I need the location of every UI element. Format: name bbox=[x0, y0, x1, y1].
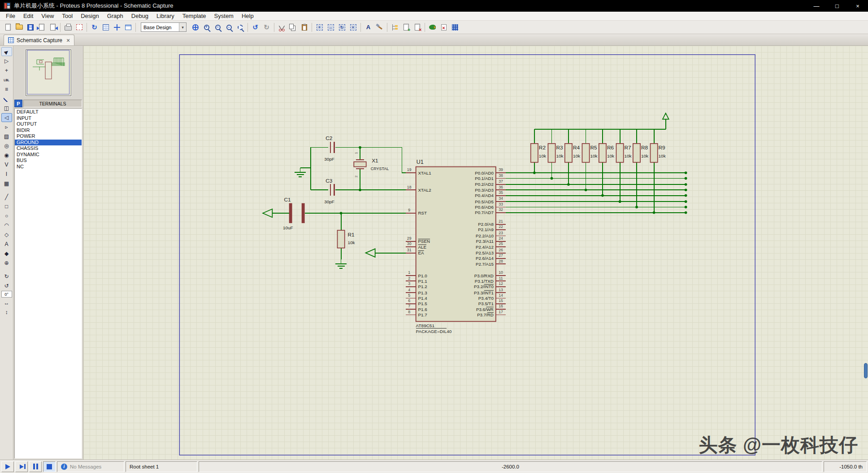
step-button[interactable] bbox=[15, 461, 28, 472]
2d-box-mode[interactable]: □ bbox=[1, 202, 12, 211]
resistor-R5[interactable] bbox=[582, 144, 589, 162]
terminal-item-dynamic[interactable]: DYNAMIC bbox=[15, 152, 82, 158]
pick-devices-button[interactable]: P bbox=[14, 100, 22, 107]
text-script-mode[interactable]: ≡ bbox=[1, 85, 12, 94]
component-mode[interactable]: ▷ bbox=[1, 57, 12, 66]
input-terminal[interactable] bbox=[263, 209, 272, 217]
block-copy[interactable] bbox=[314, 22, 325, 33]
resistor-R1[interactable] bbox=[338, 230, 345, 248]
menu-library[interactable]: Library bbox=[152, 12, 178, 20]
power-terminal[interactable] bbox=[663, 113, 669, 119]
play-button[interactable] bbox=[1, 461, 14, 472]
menu-file[interactable]: File bbox=[2, 12, 19, 20]
block-move[interactable] bbox=[325, 22, 336, 33]
design-explorer[interactable] bbox=[389, 22, 400, 33]
resistor-R3[interactable] bbox=[548, 144, 555, 162]
junction-dot-mode[interactable]: + bbox=[1, 66, 12, 75]
paste[interactable] bbox=[299, 22, 310, 33]
zoom-all[interactable] bbox=[223, 22, 234, 33]
selection-mode[interactable]: ▶ bbox=[1, 47, 12, 56]
goto-sheet[interactable] bbox=[122, 22, 134, 33]
new-root-sheet[interactable] bbox=[400, 22, 412, 33]
close-button[interactable]: × bbox=[847, 0, 868, 12]
2d-text-mode[interactable]: A bbox=[1, 240, 12, 249]
sheet-selector[interactable]: Base Design▾ bbox=[141, 22, 187, 32]
rotation-angle[interactable]: 0° bbox=[1, 291, 12, 298]
terminal-item-input[interactable]: INPUT bbox=[15, 115, 82, 122]
2d-symbol-mode[interactable]: ◆ bbox=[1, 249, 12, 258]
open-design[interactable] bbox=[13, 22, 25, 33]
terminal-item-bidir[interactable]: BIDIR bbox=[15, 127, 82, 134]
resistor-R4[interactable] bbox=[565, 144, 572, 162]
2d-arc-mode[interactable]: ◠ bbox=[1, 221, 12, 230]
new-design[interactable] bbox=[2, 22, 13, 33]
tab-schematic-capture[interactable]: Schematic Capture × bbox=[4, 35, 74, 45]
terminal-mode[interactable]: ◁ bbox=[1, 113, 12, 122]
terminal-item-power[interactable]: POWER bbox=[15, 133, 82, 140]
resistor-R9[interactable] bbox=[651, 144, 658, 162]
netlist-compiler[interactable] bbox=[449, 22, 460, 33]
netlist-to-ares[interactable] bbox=[427, 22, 438, 33]
subcircuit-mode[interactable]: ◫ bbox=[1, 104, 12, 113]
generator-mode[interactable]: ◉ bbox=[1, 151, 12, 160]
save-design[interactable] bbox=[25, 22, 36, 33]
pause-button[interactable] bbox=[29, 461, 42, 472]
graph-mode[interactable]: ▧ bbox=[1, 132, 12, 141]
menu-view[interactable]: View bbox=[37, 12, 58, 20]
resistor-R6[interactable] bbox=[599, 144, 606, 162]
schematic-drawing[interactable]: U1AT89C51PACKAGE=DIL4019XTAL118XTAL29RST… bbox=[83, 46, 868, 460]
y-mirror[interactable]: ↕ bbox=[1, 308, 12, 317]
schematic-canvas[interactable]: U1AT89C51PACKAGE=DIL4019XTAL118XTAL29RST… bbox=[83, 46, 868, 460]
menu-graph[interactable]: Graph bbox=[103, 12, 127, 20]
tab-close-icon[interactable]: × bbox=[66, 37, 70, 44]
zoom-out[interactable] bbox=[212, 22, 223, 33]
zoom-area[interactable] bbox=[234, 22, 246, 33]
menu-debug[interactable]: Debug bbox=[127, 12, 152, 20]
2d-path-mode[interactable]: ◇ bbox=[1, 230, 12, 239]
terminal-item-bus[interactable]: BUS bbox=[15, 158, 82, 164]
refresh-display[interactable]: ↻ bbox=[89, 22, 100, 33]
overview-minimap[interactable] bbox=[26, 49, 71, 96]
center-at-cursor[interactable] bbox=[190, 22, 201, 33]
search-and-tag[interactable]: A bbox=[363, 22, 374, 33]
electrical-rule-check[interactable] bbox=[438, 22, 449, 33]
remove-sheet[interactable] bbox=[412, 22, 423, 33]
maximize-button[interactable]: □ bbox=[827, 0, 847, 12]
terminal-item-chassis[interactable]: CHASSIS bbox=[15, 145, 82, 152]
mark-output-area[interactable] bbox=[74, 22, 85, 33]
virtual-instruments-mode[interactable]: ▦ bbox=[1, 179, 12, 188]
menu-help[interactable]: Help bbox=[238, 12, 258, 20]
input-terminal[interactable] bbox=[365, 249, 375, 257]
terminal-item-nc[interactable]: NC bbox=[15, 164, 82, 170]
voltage-probe-mode[interactable]: V bbox=[1, 160, 12, 169]
cut[interactable] bbox=[276, 22, 287, 33]
toggle-grid[interactable] bbox=[100, 22, 111, 33]
device-pin-mode[interactable]: ▹ bbox=[1, 123, 12, 131]
tape-recorder-mode[interactable]: ◎ bbox=[1, 141, 12, 150]
vertical-scrollbar-thumb[interactable] bbox=[864, 363, 868, 378]
menu-template[interactable]: Template bbox=[178, 12, 210, 20]
2d-marker-mode[interactable]: ⊕ bbox=[1, 258, 12, 267]
block-rotate[interactable] bbox=[336, 22, 347, 33]
2d-circle-mode[interactable]: ○ bbox=[1, 211, 12, 220]
menu-system[interactable]: System bbox=[210, 12, 238, 20]
stop-button[interactable] bbox=[43, 461, 56, 472]
minimize-button[interactable]: — bbox=[806, 0, 827, 12]
bus-mode[interactable] bbox=[1, 94, 12, 103]
menu-design[interactable]: Design bbox=[77, 12, 103, 20]
current-probe-mode[interactable]: I bbox=[1, 170, 12, 179]
2d-line-mode[interactable]: ╱ bbox=[1, 193, 12, 201]
copy[interactable] bbox=[287, 22, 299, 33]
toggle-false-origin[interactable] bbox=[111, 22, 122, 33]
capacitor-C1[interactable] bbox=[289, 203, 292, 223]
import-section[interactable] bbox=[36, 22, 47, 33]
zoom-in[interactable] bbox=[201, 22, 212, 33]
menu-edit[interactable]: Edit bbox=[19, 12, 37, 20]
redo[interactable]: ↻ bbox=[261, 22, 272, 33]
terminal-item-output[interactable]: OUTPUT bbox=[15, 121, 82, 127]
rotate-anticlockwise[interactable]: ↺ bbox=[1, 281, 12, 290]
terminal-item-ground[interactable]: GROUND bbox=[15, 140, 82, 146]
menu-tool[interactable]: Tool bbox=[58, 12, 77, 20]
x-mirror[interactable]: ↔ bbox=[1, 298, 12, 307]
terminal-item-default[interactable]: DEFAULT bbox=[15, 109, 82, 115]
